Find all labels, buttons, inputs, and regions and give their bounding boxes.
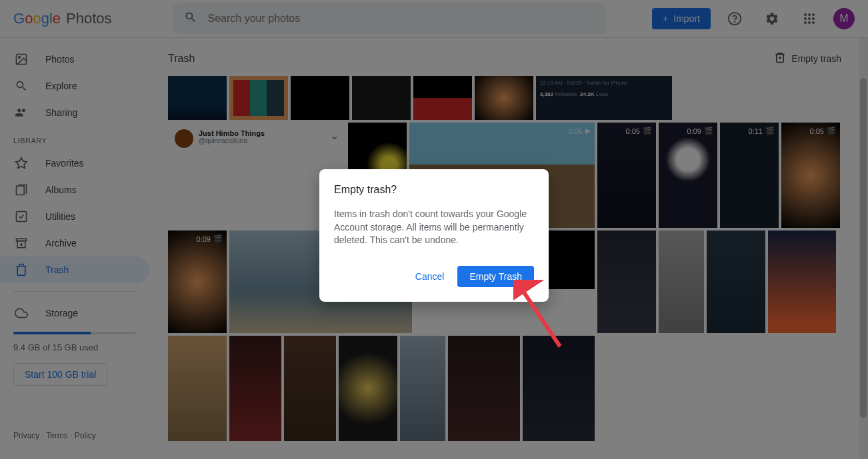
cancel-button[interactable]: Cancel (407, 266, 453, 287)
dialog-body: Items in trash don't count towards your … (334, 208, 534, 247)
empty-trash-confirm-button[interactable]: Empty Trash (457, 266, 534, 287)
dialog-title: Empty trash? (334, 184, 534, 196)
empty-trash-dialog: Empty trash? Items in trash don't count … (319, 169, 549, 302)
